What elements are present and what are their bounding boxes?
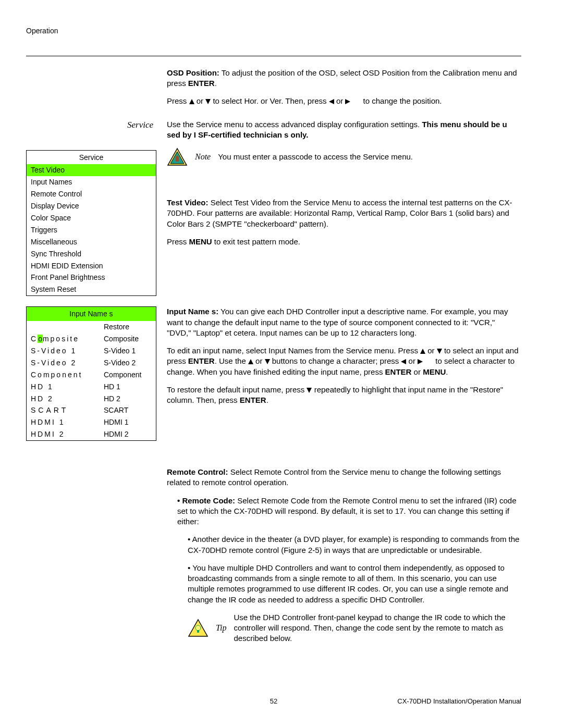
service-menu-item[interactable]: Color Space — [27, 212, 156, 224]
service-menu-item[interactable]: HDMI EDID Extension — [27, 260, 156, 272]
osd-position-paragraph: OSD Position: To adjust the position of … — [167, 68, 521, 89]
remote-control-paragraph: Remote Control: Select Remote Control fr… — [167, 467, 521, 488]
input-names-header-row: Restore — [27, 321, 156, 333]
service-menu-item[interactable]: Remote Control — [27, 188, 156, 200]
service-menu-item[interactable]: Sync Threshold — [27, 248, 156, 260]
service-menu-title: Service — [27, 151, 156, 165]
arrow-down-icon — [307, 388, 312, 393]
input-names-row[interactable]: HD 2 HD 2 — [27, 393, 156, 405]
input-names-row[interactable]: HD 1 HD 1 — [27, 381, 156, 393]
remote-bullet-2: • You have multiple DHD Controllers and … — [167, 563, 521, 605]
arrow-right-icon — [418, 359, 433, 364]
service-menu-item[interactable]: Display Device — [27, 200, 156, 212]
input-names-row[interactable]: HDMI 1 HDMI 1 — [27, 416, 156, 428]
page-footer: 52 CX-70DHD Installation/Operation Manua… — [26, 697, 521, 706]
service-intro: Use the Service menu to access advanced … — [167, 119, 521, 141]
remote-code-paragraph: • Remote Code: Select Remote Code from t… — [167, 496, 521, 527]
arrow-down-icon — [205, 99, 211, 104]
page-header: Operation — [26, 26, 521, 36]
page-number: 52 — [191, 697, 357, 706]
input-names-row[interactable]: SCART SCART — [27, 404, 156, 416]
service-menu: Service Test Video Input Names Remote Co… — [26, 150, 156, 297]
input-names-row[interactable]: S-Video 1 S-Video 1 — [27, 345, 156, 357]
arrow-left-icon — [329, 99, 334, 104]
note-label: Note — [195, 151, 211, 163]
service-menu-item[interactable]: Input Names — [27, 176, 156, 188]
input-names-paragraph: Input Name s: You can give each DHD Cont… — [167, 306, 521, 338]
arrow-up-icon — [189, 99, 194, 104]
edit-cursor: o — [38, 335, 43, 343]
remote-bullet-1: • Another device in the theater (a DVD p… — [167, 534, 521, 556]
service-menu-item[interactable]: System Reset — [27, 283, 156, 295]
service-menu-item[interactable]: Triggers — [27, 224, 156, 236]
arrow-up-icon — [248, 359, 253, 364]
arrow-left-icon — [401, 359, 406, 364]
test-video-exit: Press MENU to exit test pattern mode. — [167, 237, 521, 247]
tip-callout: Tip Use the DHD Controller front-panel k… — [167, 612, 521, 644]
manual-title: CX-70DHD Installation/Operation Manual — [356, 697, 521, 706]
service-menu-item[interactable]: Test Video — [27, 164, 156, 176]
input-names-edit-paragraph: To edit an input name, select Input Name… — [167, 346, 521, 377]
svg-point-5 — [195, 625, 201, 631]
service-menu-item[interactable]: Front Panel Brightness — [27, 272, 156, 283]
input-names-row[interactable]: Composite Composite — [27, 333, 156, 345]
service-subheading: Service — [26, 119, 156, 131]
arrow-down-icon — [437, 349, 442, 354]
osd-position-label: OSD Position: — [167, 68, 219, 77]
input-names-row[interactable]: S-Video 2 S-Video 2 — [27, 357, 156, 369]
osd-controls-paragraph: Press or to select Hor. or Ver. Then, pr… — [167, 96, 521, 106]
input-names-menu: Input Name s Restore Composite Composite… — [26, 306, 156, 441]
header-rule — [26, 56, 521, 56]
note-callout: Note You must enter a passcode to access… — [167, 147, 521, 166]
arrow-up-icon — [420, 349, 425, 354]
restore-header: Restore — [104, 322, 152, 332]
arrow-down-icon — [265, 359, 270, 364]
note-text: You must enter a passcode to access the … — [218, 152, 521, 162]
tip-label: Tip — [216, 622, 226, 634]
svg-rect-3 — [177, 155, 178, 157]
test-video-paragraph: Test Video: Select Test Video from the S… — [167, 198, 521, 229]
svg-rect-6 — [197, 630, 199, 633]
arrow-right-icon — [345, 99, 361, 104]
service-menu-item[interactable]: Miscellaneous — [27, 236, 156, 248]
input-names-row[interactable]: Component Component — [27, 369, 156, 381]
tip-icon — [188, 619, 209, 637]
tip-text: Use the DHD Controller front-panel keypa… — [234, 612, 521, 644]
note-icon — [167, 147, 188, 166]
input-names-title: Input Name s — [27, 307, 156, 321]
svg-rect-2 — [176, 156, 179, 162]
input-names-restore-paragraph: To restore the default input name, press… — [167, 385, 521, 406]
input-names-row[interactable]: HDMI 2 HDMI 2 — [27, 428, 156, 440]
